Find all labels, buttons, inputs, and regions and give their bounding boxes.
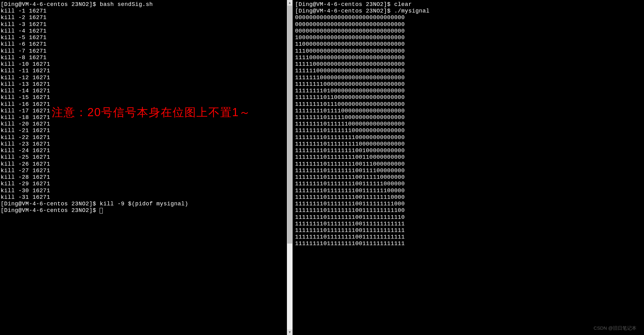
scroll-down-icon[interactable]: ▼ bbox=[287, 329, 293, 335]
output-line: 1111111101111111100111111000000 bbox=[295, 181, 644, 187]
output-line: kill -3 16271 bbox=[1, 21, 287, 28]
output-line: 1111111101111111100111111111111 bbox=[295, 227, 644, 234]
output-line: kill -23 16271 bbox=[1, 141, 287, 147]
output-line: 0000000000000000000000000000000 bbox=[295, 21, 644, 28]
watermark-text: CSDN @旧日笔记本 bbox=[594, 325, 636, 331]
output-line: kill -31 16271 bbox=[1, 194, 287, 201]
command-text: kill -9 $(pidof mysignal) bbox=[100, 201, 188, 207]
command-text: clear bbox=[394, 1, 412, 8]
output-line: kill -13 16271 bbox=[1, 81, 287, 88]
output-line: 1111111101111111100111111111111 bbox=[295, 234, 644, 240]
output-line: 1111111101111111100111111111100 bbox=[295, 207, 644, 214]
output-line: 1111111101111111100111111111111 bbox=[295, 221, 644, 227]
output-line: 0000000000000000000000000000000 bbox=[295, 14, 644, 21]
output-line: 1111111101100000000000000000000 bbox=[295, 94, 644, 101]
output-line: kill -12 16271 bbox=[1, 75, 287, 81]
scroll-up-icon[interactable]: ▲ bbox=[287, 0, 293, 6]
output-line: 1111111101111111100111111100000 bbox=[295, 188, 644, 194]
output-line: 1111111101111111100111111111110 bbox=[295, 214, 644, 221]
output-line: 1111111101000000000000000000000 bbox=[295, 88, 644, 94]
output-line: kill -10 16271 bbox=[1, 61, 287, 68]
output-line: kill -2 16271 bbox=[1, 14, 287, 21]
annotation-text: 注意：20号信号本身在位图上不置1～ bbox=[52, 105, 251, 120]
output-line: 1111111101111111100111110000000 bbox=[295, 174, 644, 181]
shell-prompt: [Ding@VM-4-6-centos 23NO2]$ bbox=[295, 1, 394, 8]
output-line: kill -1 16271 bbox=[1, 8, 287, 14]
output-line: kill -11 16271 bbox=[1, 68, 287, 74]
shell-prompt: [Ding@VM-4-6-centos 23NO2]$ bbox=[295, 8, 394, 14]
output-line: 1111111101111000000000000000000 bbox=[295, 108, 644, 114]
output-line: 1000000000000000000000000000000 bbox=[295, 34, 644, 41]
prompt-line: [Ding@VM-4-6-centos 23NO2]$ kill -9 $(pi… bbox=[1, 201, 287, 207]
shell-prompt: [Ding@VM-4-6-centos 23NO2]$ bbox=[1, 1, 100, 8]
output-line: 1111111101111111100111100000000 bbox=[295, 168, 644, 174]
output-line: kill -29 16271 bbox=[1, 181, 287, 187]
output-line: 1111111101111111100000000000000 bbox=[295, 134, 644, 141]
output-line: kill -6 16271 bbox=[1, 41, 287, 48]
output-line: kill -21 16271 bbox=[1, 127, 287, 134]
output-line: kill -15 16271 bbox=[1, 94, 287, 101]
output-line: kill -22 16271 bbox=[1, 134, 287, 141]
output-line: 1111111101111111000000000000000 bbox=[295, 127, 644, 134]
prompt-line[interactable]: [Ding@VM-4-6-centos 23NO2]$ bbox=[1, 207, 287, 214]
output-line: kill -5 16271 bbox=[1, 34, 287, 41]
output-line: 1111111101111111100111111111111 bbox=[295, 240, 644, 247]
scrollbar-track[interactable] bbox=[287, 0, 293, 335]
output-line: 1111111101111111100110000000000 bbox=[295, 154, 644, 161]
output-line: 1100000000000000000000000000000 bbox=[295, 41, 644, 48]
output-line: kill -25 16271 bbox=[1, 154, 287, 161]
output-line: kill -27 16271 bbox=[1, 168, 287, 174]
output-line: 1111111101111110000000000000000 bbox=[295, 121, 644, 127]
output-line: 1111111101111111100111111110000 bbox=[295, 194, 644, 201]
output-line: 1111111101111100000000000000000 bbox=[295, 114, 644, 121]
scrollbar-left[interactable]: ▲ ▼ bbox=[287, 0, 293, 335]
prompt-line: [Ding@VM-4-6-centos 23NO2]$ bash sendSig… bbox=[1, 1, 287, 8]
output-line: kill -30 16271 bbox=[1, 188, 287, 194]
output-line: 1111111101111111110000000000000 bbox=[295, 141, 644, 147]
output-line: kill -24 16271 bbox=[1, 147, 287, 154]
scrollbar-thumb[interactable] bbox=[287, 6, 292, 244]
output-line: 1111000000000000000000000000000 bbox=[295, 54, 644, 61]
cursor-icon bbox=[100, 208, 103, 214]
output-line: 1111111000000000000000000000000 bbox=[295, 75, 644, 81]
command-text: ./mysignal bbox=[394, 8, 429, 14]
output-line: 1111111101111111100111000000000 bbox=[295, 161, 644, 168]
output-line: kill -7 16271 bbox=[1, 48, 287, 54]
output-line: 1111100000000000000000000000000 bbox=[295, 61, 644, 68]
output-line: kill -26 16271 bbox=[1, 161, 287, 168]
output-line: kill -20 16271 bbox=[1, 121, 287, 127]
output-line: kill -14 16271 bbox=[1, 88, 287, 94]
output-line: kill -28 16271 bbox=[1, 174, 287, 181]
terminal-left-pane[interactable]: [Ding@VM-4-6-centos 23NO2]$ bash sendSig… bbox=[0, 0, 287, 335]
output-line: 1110000000000000000000000000000 bbox=[295, 48, 644, 54]
prompt-line: [Ding@VM-4-6-centos 23NO2]$ ./mysignal bbox=[295, 8, 644, 14]
output-line: kill -8 16271 bbox=[1, 54, 287, 61]
shell-prompt: [Ding@VM-4-6-centos 23NO2]$ bbox=[1, 201, 100, 207]
output-line: kill -4 16271 bbox=[1, 28, 287, 34]
terminal-right-pane[interactable]: [Ding@VM-4-6-centos 23NO2]$ clear [Ding@… bbox=[293, 0, 644, 335]
output-line: 1111111101111111100111111111000 bbox=[295, 201, 644, 207]
prompt-line: [Ding@VM-4-6-centos 23NO2]$ clear bbox=[295, 1, 644, 8]
output-line: 1111111100000000000000000000000 bbox=[295, 81, 644, 88]
output-line: 1111111101111111100100000000000 bbox=[295, 147, 644, 154]
shell-prompt: [Ding@VM-4-6-centos 23NO2]$ bbox=[1, 207, 100, 214]
output-line: 1111110000000000000000000000000 bbox=[295, 68, 644, 74]
output-line: 0000000000000000000000000000000 bbox=[295, 28, 644, 34]
command-text: bash sendSig.sh bbox=[100, 1, 153, 8]
output-line: 1111111101110000000000000000000 bbox=[295, 101, 644, 108]
